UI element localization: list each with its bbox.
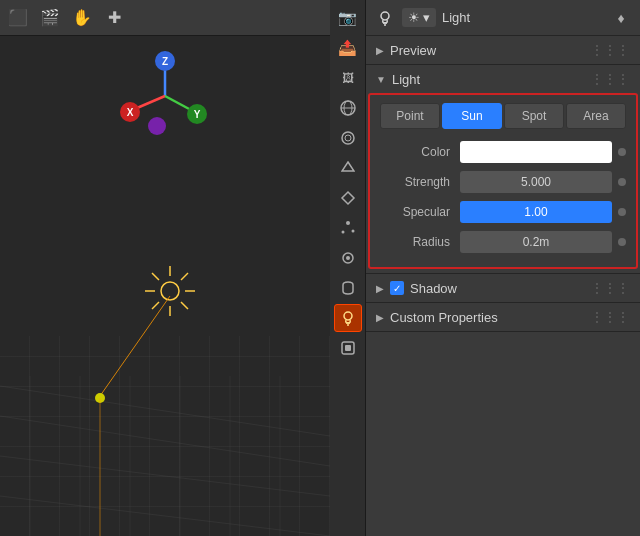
light-type-tabs: Point Sun Spot Area	[380, 103, 626, 129]
svg-point-45	[344, 312, 352, 320]
fake-user-button[interactable]: ♦	[610, 7, 632, 29]
constraints-icon[interactable]	[334, 274, 362, 302]
data-light-icon[interactable]	[334, 304, 362, 332]
strength-keyframe-dot[interactable]	[618, 178, 626, 186]
strength-label: Strength	[380, 175, 460, 189]
radius-field[interactable]: 0.2m	[460, 231, 612, 253]
custom-dots: ⋮⋮⋮	[591, 310, 630, 324]
panel-title: Light	[442, 10, 604, 25]
tab-spot[interactable]: Spot	[504, 103, 564, 129]
preview-arrow: ▶	[376, 45, 384, 56]
light-arrow: ▼	[376, 74, 386, 85]
shadow-section: ▶ ✓ Shadow ⋮⋮⋮	[366, 274, 640, 303]
tab-sun[interactable]: Sun	[442, 103, 502, 129]
preview-title: Preview	[390, 43, 436, 58]
svg-point-35	[342, 132, 354, 144]
physics-icon[interactable]	[334, 244, 362, 272]
svg-line-24	[152, 273, 159, 280]
viewport[interactable]: ⬛ 🎬 ✋ ✚ Z	[0, 0, 330, 536]
svg-line-0	[0, 416, 330, 466]
svg-point-19	[148, 117, 166, 135]
preview-dots: ⋮⋮⋮	[591, 43, 630, 57]
render-icon[interactable]: 📷	[334, 4, 362, 32]
svg-point-42	[346, 256, 350, 260]
custom-title: Custom Properties	[390, 310, 498, 325]
mesh-icon[interactable]: ⬛	[6, 6, 30, 30]
properties-panel: ☀ ▾ Light ♦ ▶ Preview ⋮⋮⋮ ▼ Light ⋮⋮⋮ Po…	[366, 0, 640, 536]
svg-line-3	[0, 496, 330, 536]
shadow-checkbox[interactable]: ✓	[390, 281, 404, 295]
browse-chevron: ▾	[423, 10, 430, 25]
svg-line-25	[181, 273, 188, 280]
svg-line-2	[0, 456, 330, 496]
modifier-icon[interactable]	[334, 184, 362, 212]
custom-properties-section: ▶ Custom Properties ⋮⋮⋮	[366, 303, 640, 332]
color-field[interactable]	[460, 141, 612, 163]
svg-point-40	[351, 230, 354, 233]
add-icon[interactable]: ✚	[102, 6, 126, 30]
tab-area[interactable]: Area	[566, 103, 626, 129]
svg-text:Z: Z	[162, 56, 168, 67]
light-dots: ⋮⋮⋮	[591, 72, 630, 86]
scene-icon[interactable]	[334, 94, 362, 122]
light-section-content: Point Sun Spot Area Color Strength 5.000…	[368, 93, 638, 269]
particles-icon[interactable]	[334, 214, 362, 242]
world-icon[interactable]	[334, 124, 362, 152]
svg-line-16	[165, 96, 191, 110]
browse-data-button[interactable]: ☀ ▾	[402, 8, 436, 27]
light-section: ▼ Light ⋮⋮⋮ Point Sun Spot Area Color St…	[366, 65, 640, 274]
tab-point[interactable]: Point	[380, 103, 440, 129]
svg-line-27	[181, 302, 188, 309]
light-title: Light	[392, 72, 420, 87]
specular-keyframe-dot[interactable]	[618, 208, 626, 216]
side-icon-panel: 📷 📤 🖼	[330, 0, 366, 536]
viewport-canvas[interactable]: Z X Y	[0, 36, 330, 536]
camera-icon[interactable]: 🎬	[38, 6, 62, 30]
preview-section: ▶ Preview ⋮⋮⋮	[366, 36, 640, 65]
custom-arrow: ▶	[376, 312, 384, 323]
specular-field[interactable]: 1.00	[460, 201, 612, 223]
view-layer-icon[interactable]: 🖼	[334, 64, 362, 92]
material-icon[interactable]	[334, 334, 362, 362]
svg-point-39	[341, 231, 344, 234]
svg-point-38	[346, 221, 350, 225]
svg-point-36	[345, 135, 351, 141]
color-row: Color	[380, 139, 626, 165]
specular-label: Specular	[380, 205, 460, 219]
svg-text:X: X	[127, 107, 134, 118]
color-label: Color	[380, 145, 460, 159]
svg-rect-49	[345, 345, 351, 351]
svg-line-1	[0, 386, 330, 436]
shadow-title: Shadow	[410, 281, 457, 296]
svg-point-28	[161, 282, 179, 300]
object-icon[interactable]	[334, 154, 362, 182]
browse-icon: ☀	[408, 10, 420, 25]
svg-marker-37	[342, 162, 354, 171]
strength-field[interactable]: 5.000	[460, 171, 612, 193]
svg-line-13	[137, 96, 165, 108]
custom-properties-header[interactable]: ▶ Custom Properties ⋮⋮⋮	[366, 303, 640, 331]
specular-row: Specular 1.00	[380, 199, 626, 225]
panel-header: ☀ ▾ Light ♦	[366, 0, 640, 36]
hand-icon[interactable]: ✋	[70, 6, 94, 30]
viewport-svg: Z X Y	[0, 36, 330, 536]
svg-line-29	[100, 296, 170, 396]
shadow-arrow: ▶	[376, 283, 384, 294]
preview-section-header[interactable]: ▶ Preview ⋮⋮⋮	[366, 36, 640, 64]
radius-keyframe-dot[interactable]	[618, 238, 626, 246]
output-icon[interactable]: 📤	[334, 34, 362, 62]
radius-row: Radius 0.2m	[380, 229, 626, 255]
shadow-dots: ⋮⋮⋮	[591, 281, 630, 295]
light-section-header[interactable]: ▼ Light ⋮⋮⋮	[366, 65, 640, 93]
svg-line-26	[152, 302, 159, 309]
svg-point-50	[381, 12, 389, 20]
radius-label: Radius	[380, 235, 460, 249]
panel-light-icon	[374, 7, 396, 29]
viewport-toolbar: ⬛ 🎬 ✋ ✚	[0, 0, 330, 36]
strength-row: Strength 5.000	[380, 169, 626, 195]
shadow-section-header[interactable]: ▶ ✓ Shadow ⋮⋮⋮	[366, 274, 640, 302]
svg-text:Y: Y	[194, 109, 201, 120]
color-keyframe-dot[interactable]	[618, 148, 626, 156]
